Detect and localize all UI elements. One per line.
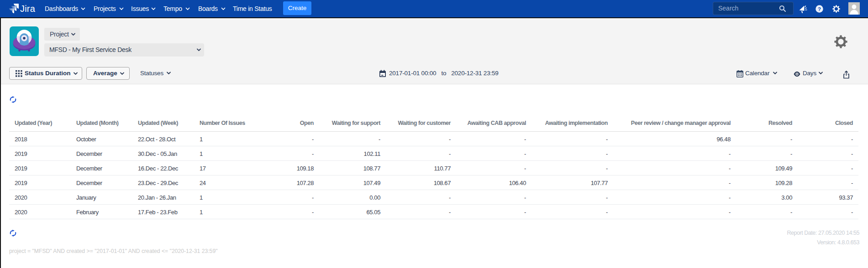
svg-text:?: ? xyxy=(818,6,821,12)
